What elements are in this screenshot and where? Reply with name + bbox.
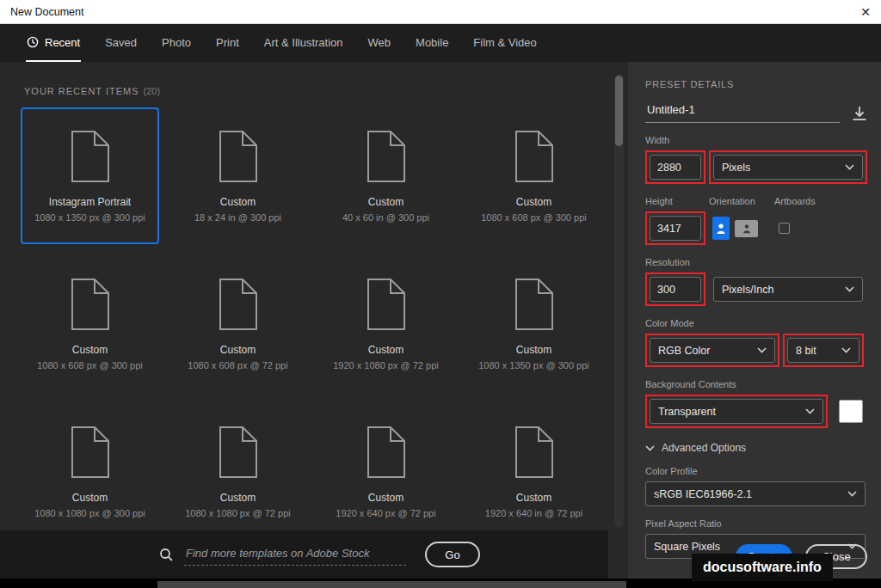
category-tabbar: Recent Saved Photo Print Art & Illustrat… [0, 24, 881, 62]
color-profile-row: sRGB IEC61966-2.1 [645, 481, 869, 506]
tab-mobile[interactable]: Mobile [415, 24, 449, 62]
dropdown-value: Transparent [658, 406, 800, 418]
tab-label: Recent [45, 36, 80, 49]
preset-item-name: Custom [368, 196, 404, 208]
pixel-aspect-ratio-label: Pixel Aspect Ratio [645, 518, 869, 529]
preset-item-name: Custom [220, 492, 256, 504]
go-button[interactable]: Go [425, 542, 480, 567]
tab-label: Art & Illustration [264, 36, 343, 49]
height-row [645, 211, 869, 245]
tab-art-illustration[interactable]: Art & Illustration [263, 24, 344, 62]
preset-item[interactable]: Custom 1920 x 1080 px @ 72 ppi [317, 255, 455, 392]
height-input[interactable] [650, 216, 701, 241]
annotation-box-height [645, 211, 705, 245]
close-icon[interactable]: ✕ [860, 6, 871, 18]
document-icon [364, 130, 409, 183]
artboards-label: Artboards [774, 196, 816, 206]
bit-depth-dropdown[interactable]: 8 bit [787, 338, 859, 363]
dropdown-value: 8 bit [796, 345, 836, 357]
scrollbar-thumb[interactable] [615, 76, 623, 146]
color-mode-dropdown[interactable]: RGB Color [650, 338, 775, 363]
recent-items-heading-text: YOUR RECENT ITEMS [24, 86, 139, 96]
new-document-dialog: New Document ✕ Recent Saved Photo Print … [0, 0, 881, 579]
tab-label: Web [368, 36, 391, 49]
preset-item-dims: 1080 x 608 px @ 72 ppi [188, 360, 287, 371]
tab-photo[interactable]: Photo [161, 24, 192, 62]
document-name-input[interactable] [645, 103, 840, 123]
tab-label: Film & Video [473, 36, 536, 49]
preset-item[interactable]: Custom 40 x 60 in @ 300 ppi [317, 107, 455, 244]
document-icon [216, 278, 261, 331]
scrollbar-track[interactable] [614, 74, 624, 528]
preset-item[interactable]: Custom 1080 x 608 px @ 300 ppi [465, 107, 603, 244]
recent-items-heading: YOUR RECENT ITEMS(20) [24, 86, 160, 96]
preset-item-instagram-portrait[interactable]: Instagram Portrait 1080 x 1350 px @ 300 … [21, 107, 159, 244]
tab-recent[interactable]: Recent [26, 24, 81, 62]
preset-item[interactable]: Custom 1920 x 640 px @ 72 ppi [317, 403, 455, 540]
width-input[interactable] [650, 155, 701, 180]
preset-item-dims: 40 x 60 in @ 300 ppi [342, 212, 429, 223]
orientation-label: Orientation [709, 196, 774, 206]
preset-details-panel: PRESET DETAILS Width Pixels [628, 62, 881, 579]
preset-item[interactable]: Custom 18 x 24 in @ 300 ppi [169, 107, 307, 244]
preset-item-name: Custom [72, 344, 108, 356]
height-label: Height [645, 196, 709, 206]
tab-label: Saved [105, 36, 137, 49]
width-unit-dropdown[interactable]: Pixels [713, 155, 863, 180]
chevron-down-icon [645, 445, 655, 451]
tab-label: Photo [162, 36, 191, 49]
dialog-titlebar: New Document ✕ [0, 0, 881, 24]
orientation-landscape-icon[interactable] [735, 220, 758, 237]
chevron-down-icon [845, 164, 854, 170]
chevron-down-icon [847, 491, 857, 497]
annotation-box-background: Transparent [645, 395, 828, 428]
tab-web[interactable]: Web [367, 24, 392, 62]
background-contents-label: Background Contents [645, 379, 869, 389]
resolution-unit-dropdown[interactable]: Pixels/Inch [713, 277, 863, 302]
watermark: docusoftware.info [692, 554, 833, 581]
tab-film-video[interactable]: Film & Video [472, 24, 537, 62]
annotation-box-width [645, 150, 705, 184]
preset-grid: Instagram Portrait 1080 x 1350 px @ 300 … [21, 107, 604, 540]
annotation-box-color-mode: RGB Color [645, 334, 779, 367]
preset-item[interactable]: Custom 1080 x 1080 px @ 300 ppi [21, 403, 159, 540]
recent-items-count: (20) [144, 86, 161, 96]
preset-item-dims: 1080 x 1080 px @ 72 ppi [185, 508, 290, 518]
dropdown-value: sRGB IEC61966-2.1 [654, 488, 842, 500]
color-mode-label: Color Mode [645, 318, 869, 328]
stock-search-input[interactable] [184, 543, 406, 566]
document-icon [216, 130, 261, 183]
preset-item[interactable]: Custom 1080 x 608 px @ 72 ppi [169, 255, 307, 392]
preset-details-heading: PRESET DETAILS [645, 79, 869, 89]
chevron-down-icon [757, 347, 767, 353]
document-icon [68, 426, 113, 479]
artboards-checkbox[interactable] [779, 223, 790, 234]
advanced-options-label: Advanced Options [662, 442, 746, 454]
preset-item-name: Custom [220, 196, 256, 208]
preset-item[interactable]: Custom 1080 x 608 px @ 300 ppi [21, 255, 159, 392]
resolution-row: Pixels/Inch [645, 273, 869, 306]
width-row: Pixels [645, 150, 869, 184]
preset-item-dims: 1080 x 1350 px @ 300 ppi [478, 360, 589, 371]
advanced-options-toggle[interactable]: Advanced Options [645, 442, 869, 454]
dropdown-value: RGB Color [658, 345, 752, 357]
preset-item-name: Custom [516, 492, 551, 504]
color-profile-label: Color Profile [645, 466, 869, 476]
tab-saved[interactable]: Saved [104, 24, 138, 62]
background-window-edge [157, 581, 626, 588]
document-icon [364, 426, 409, 479]
tab-print[interactable]: Print [215, 24, 240, 62]
background-contents-dropdown[interactable]: Transparent [650, 399, 823, 424]
preset-item-dims: 1080 x 608 px @ 300 ppi [37, 360, 142, 371]
color-profile-dropdown[interactable]: sRGB IEC61966-2.1 [645, 481, 866, 506]
preset-item[interactable]: Custom 1920 x 640 in @ 72 ppi [465, 403, 603, 540]
background-color-swatch[interactable] [839, 400, 863, 423]
orientation-portrait-icon[interactable] [712, 217, 730, 240]
preset-item[interactable]: Custom 1080 x 1350 px @ 300 ppi [465, 255, 603, 392]
chevron-down-icon [845, 286, 854, 292]
width-label: Width [645, 135, 869, 145]
preset-item[interactable]: Custom 1080 x 1080 px @ 72 ppi [169, 403, 307, 540]
save-preset-icon[interactable] [850, 104, 869, 123]
screen: New Document ✕ Recent Saved Photo Print … [0, 0, 881, 588]
resolution-input[interactable] [650, 277, 701, 302]
